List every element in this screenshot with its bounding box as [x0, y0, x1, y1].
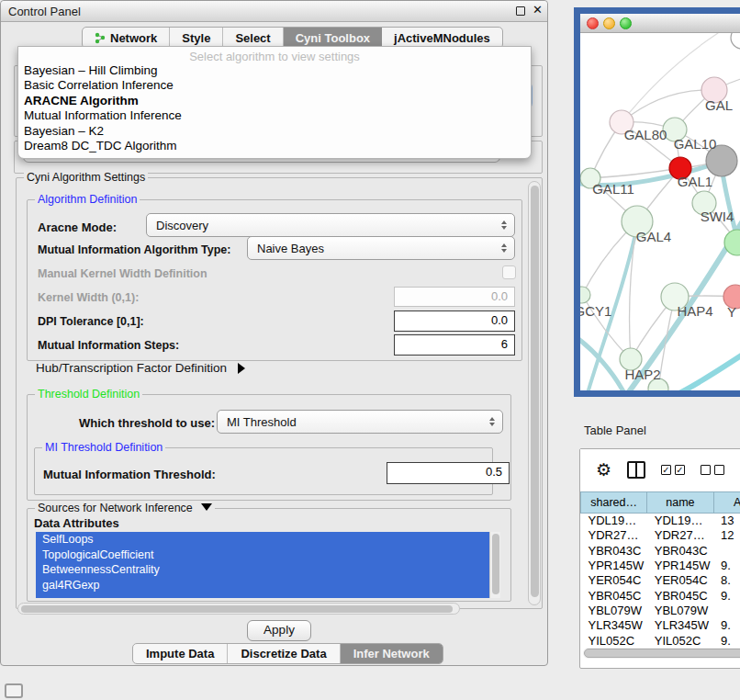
- table-row[interactable]: YDR27…YDR27…12: [581, 528, 740, 543]
- table-cell: YBL079W: [647, 603, 713, 617]
- algorithm-option[interactable]: Dream8 DC_TDC Algorithm: [18, 139, 531, 153]
- algorithm-option[interactable]: Mutual Information Inference: [18, 108, 531, 123]
- table-cell: 9.: [713, 618, 740, 633]
- hub-definition-label: Hub/Transcription Factor Definition: [36, 361, 227, 375]
- table-cell: 9.: [713, 633, 740, 648]
- table-row[interactable]: YER054CYER054C8.: [581, 573, 740, 588]
- table-row[interactable]: YBR045CYBR045C9.: [581, 588, 740, 603]
- attribute-item[interactable]: SelfLoops: [36, 532, 489, 548]
- mi-steps-field[interactable]: 6: [394, 334, 515, 356]
- tab-network[interactable]: Network: [83, 28, 170, 48]
- split-columns-icon[interactable]: [627, 461, 645, 479]
- table-cell: YLR345W: [581, 618, 647, 633]
- tab-jactivemnodules[interactable]: jActiveMNodules: [382, 28, 502, 48]
- tab-style[interactable]: Style: [170, 28, 223, 48]
- sources-title[interactable]: Sources for Network Inference: [35, 502, 215, 514]
- manual-kernel-label: Manual Kernel Width Definition: [38, 267, 207, 280]
- attributes-scrollbar[interactable]: [489, 532, 500, 598]
- tab-label: Network: [110, 31, 157, 45]
- table-panel-title: Table Panel: [584, 423, 646, 437]
- table-cell: YDL19…: [647, 514, 713, 528]
- table-cell: YBR043C: [581, 543, 647, 558]
- scrollbar-thumb[interactable]: [21, 605, 453, 613]
- node-label: HAP4: [677, 303, 712, 319]
- close-icon[interactable]: ✕: [533, 3, 543, 17]
- column-header[interactable]: A: [713, 492, 740, 514]
- checked-boxes-icon[interactable]: ✓✓: [661, 465, 685, 475]
- control-panel-window: Control Panel ✕ Network Style Select Cyn…: [0, 0, 548, 666]
- table-cell: 13: [713, 514, 740, 528]
- scrollbar-thumb[interactable]: [492, 534, 499, 594]
- which-threshold-value: MI Threshold: [227, 415, 488, 429]
- algorithm-option[interactable]: Bayesian – K2: [18, 124, 531, 139]
- table-cell: YER054C: [581, 573, 647, 588]
- table-row[interactable]: YPR145WYPR145W9.: [581, 558, 740, 572]
- network-canvas[interactable]: GALGAL80GAL10GAL1GAL11SWI4GAL4GCY1HAP4YH…: [580, 33, 740, 390]
- tab-discretize-data[interactable]: Discretize Data: [228, 644, 340, 663]
- table-cell: YLR345W: [647, 618, 713, 633]
- scrollbar-thumb[interactable]: [531, 186, 539, 597]
- tab-label: Cyni Toolbox: [296, 31, 370, 45]
- bottom-tab-strip: Impute Data Discretize Data Infer Networ…: [132, 643, 443, 664]
- node-label: GCY1: [580, 303, 611, 319]
- tab-label: Style: [182, 31, 210, 45]
- table-row[interactable]: YIL052CYIL052C9.: [581, 633, 740, 648]
- sources-title-label: Sources for Network Inference: [38, 502, 193, 514]
- table-cell: YBL079W: [581, 603, 647, 617]
- network-icon: [95, 32, 107, 44]
- mi-type-label: Mutual Information Algorithm Type:: [38, 243, 230, 256]
- dpi-tolerance-field[interactable]: 0.0: [394, 310, 515, 332]
- table-horizontal-scrollbar[interactable]: [583, 648, 740, 659]
- apply-button[interactable]: Apply: [247, 620, 311, 641]
- data-attributes-list[interactable]: SelfLoopsTopologicalCoefficientBetweenne…: [36, 532, 500, 598]
- close-traffic-light-icon[interactable]: [587, 17, 599, 29]
- column-header[interactable]: shared…: [581, 492, 647, 514]
- attribute-item[interactable]: gal4RGexp: [36, 578, 489, 593]
- table-cell: YIL052C: [581, 633, 647, 648]
- gear-icon[interactable]: ⚙: [596, 459, 611, 480]
- tab-cyni-toolbox[interactable]: Cyni Toolbox: [284, 28, 382, 48]
- float-window-icon[interactable]: [516, 6, 525, 16]
- node-label: GAL80: [624, 127, 667, 142]
- algorithm-option[interactable]: ARACNE Algorithm: [18, 94, 531, 108]
- table-subwindow: ⚙ ✓✓ shared…nameA YDL19…YDL19…13YDR27…YD…: [579, 448, 740, 669]
- aracne-mode-value: Discovery: [156, 219, 499, 232]
- kernel-width-field[interactable]: 0.0: [394, 287, 515, 307]
- algorithm-placeholder: Select algorithm to view settings: [18, 47, 531, 63]
- algorithm-dropdown-popup: Select algorithm to view settings Bayesi…: [17, 46, 532, 159]
- network-node[interactable]: [580, 287, 590, 303]
- mi-type-combobox[interactable]: Naive Bayes: [247, 236, 515, 260]
- tab-select[interactable]: Select: [223, 28, 283, 48]
- table-row[interactable]: YDL19…YDL19…13: [581, 514, 740, 528]
- network-node[interactable]: [731, 33, 740, 49]
- network-edge: [679, 353, 740, 390]
- attribute-item[interactable]: BetweennessCentrality: [36, 562, 489, 578]
- aracne-mode-label: Aracne Mode:: [38, 220, 117, 234]
- zoom-traffic-light-icon[interactable]: [620, 17, 632, 29]
- collapsed-panel-icon[interactable]: [5, 683, 23, 698]
- tab-infer-network[interactable]: Infer Network: [341, 644, 443, 663]
- aracne-mode-combobox[interactable]: Discovery: [146, 213, 515, 237]
- scrollbar-thumb[interactable]: [584, 649, 740, 658]
- algorithm-option[interactable]: Bayesian – Hill Climbing: [18, 63, 531, 78]
- mi-threshold-field[interactable]: 0.5: [387, 462, 510, 484]
- table-row[interactable]: YBL079WYBL079W: [581, 603, 740, 617]
- settings-horizontal-scrollbar[interactable]: [17, 603, 460, 615]
- which-threshold-label: Which threshold to use:: [79, 416, 215, 430]
- settings-group-title: Cyni Algorithm Settings: [24, 171, 148, 184]
- hub-definition-toggle[interactable]: Hub/Transcription Factor Definition: [36, 361, 245, 375]
- algorithm-option[interactable]: Basic Correlation Inference: [18, 78, 531, 93]
- settings-vertical-scrollbar[interactable]: [528, 181, 541, 605]
- attribute-item[interactable]: TopologicalCoefficient: [36, 548, 489, 563]
- manual-kernel-checkbox[interactable]: [502, 265, 516, 279]
- unchecked-boxes-icon[interactable]: [701, 465, 724, 475]
- network-window-titlebar[interactable]: [580, 14, 740, 33]
- minimize-traffic-light-icon[interactable]: [603, 17, 615, 29]
- tab-impute-data[interactable]: Impute Data: [133, 644, 228, 663]
- table-cell: YDR27…: [581, 528, 647, 543]
- column-header[interactable]: name: [647, 492, 713, 514]
- table-row[interactable]: YBR043CYBR043C: [581, 543, 740, 558]
- control-panel-titlebar[interactable]: Control Panel ✕: [1, 1, 547, 22]
- which-threshold-combobox[interactable]: MI Threshold: [217, 410, 503, 434]
- table-row[interactable]: YLR345WYLR345W9.: [581, 618, 740, 633]
